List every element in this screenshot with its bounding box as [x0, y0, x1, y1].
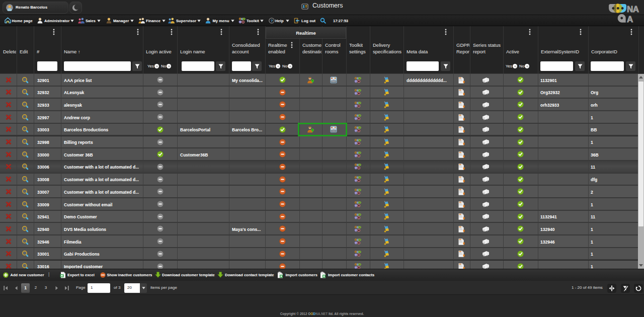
svg-text:?: ?: [271, 19, 273, 23]
svg-text:A: A: [627, 15, 633, 23]
svg-text:NA: NA: [627, 5, 639, 14]
